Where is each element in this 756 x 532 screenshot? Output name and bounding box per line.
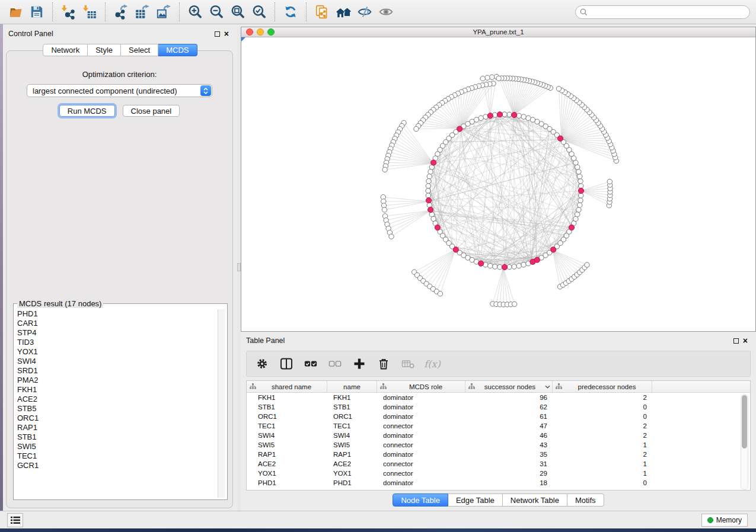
tab-edge-table[interactable]: Edge Table bbox=[448, 493, 503, 507]
mcds-result-item[interactable]: ACE2 bbox=[17, 395, 219, 404]
column-header-shared-name[interactable]: shared name bbox=[247, 381, 327, 392]
mcds-result-scrollbar[interactable] bbox=[218, 309, 225, 498]
tab-select[interactable]: Select bbox=[121, 44, 158, 56]
mcds-result-item[interactable]: STP4 bbox=[17, 328, 219, 338]
mcds-result-item[interactable]: STB1 bbox=[17, 432, 219, 442]
column-header-successor-nodes[interactable]: successor nodes bbox=[465, 381, 553, 392]
network-window-title: YPA_prune.txt_1 bbox=[241, 28, 755, 36]
network-graph[interactable] bbox=[241, 37, 755, 331]
table-row[interactable]: ACE2ACE2connector311 bbox=[247, 459, 750, 469]
table-row[interactable]: YOX1YOX1connector291 bbox=[247, 469, 750, 478]
column-header-name[interactable]: name bbox=[327, 381, 377, 392]
memory-button[interactable]: Memory bbox=[701, 514, 748, 527]
search-box[interactable] bbox=[575, 5, 750, 19]
mcds-result-item[interactable]: PHD1 bbox=[17, 309, 219, 319]
cell-name: YOX1 bbox=[327, 470, 377, 477]
run-mcds-button[interactable]: Run MCDS bbox=[59, 105, 115, 117]
import-table-button[interactable] bbox=[81, 3, 98, 21]
table-body[interactable]: FKH1FKH1dominator962STB1STB1dominator620… bbox=[247, 393, 750, 488]
network-canvas[interactable] bbox=[241, 37, 755, 331]
open-session-button[interactable] bbox=[7, 3, 24, 21]
table-row[interactable]: STB1STB1dominator620 bbox=[247, 402, 750, 412]
gear-icon bbox=[256, 357, 269, 370]
tab-network-table[interactable]: Network Table bbox=[503, 493, 567, 507]
memory-status-icon bbox=[707, 517, 713, 523]
new-network-from-selection-button[interactable] bbox=[313, 3, 331, 21]
mcds-result-item[interactable]: STB5 bbox=[17, 404, 219, 414]
zoom-out-button[interactable] bbox=[208, 3, 225, 21]
columns-icon bbox=[280, 357, 293, 370]
cell-name: ORC1 bbox=[327, 413, 377, 420]
mcds-result-list[interactable]: PHD1CAR1STP4TID3YOX1SWI4SRD1PMA2FKH1ACE2… bbox=[14, 309, 219, 498]
network-window-titlebar[interactable]: YPA_prune.txt_1 bbox=[241, 27, 755, 37]
tab-node-table[interactable]: Node Table bbox=[393, 493, 448, 507]
float-panel-icon[interactable] bbox=[215, 31, 220, 37]
float-panel-icon[interactable] bbox=[733, 338, 739, 344]
cell-MCDS-role: connector bbox=[377, 460, 465, 467]
search-input[interactable] bbox=[588, 7, 749, 18]
cell-successor-nodes: 61 bbox=[465, 413, 553, 420]
save-session-button[interactable] bbox=[28, 3, 46, 21]
mcds-result-item[interactable]: TID3 bbox=[17, 338, 219, 347]
table-settings-button[interactable] bbox=[254, 356, 270, 371]
zoom-in-button[interactable] bbox=[186, 3, 204, 21]
memory-label: Memory bbox=[716, 516, 742, 524]
mcds-result-item[interactable]: RAP1 bbox=[17, 423, 219, 432]
close-panel-icon[interactable]: × bbox=[743, 338, 748, 344]
eye-icon bbox=[378, 4, 394, 20]
export-network-button[interactable] bbox=[112, 3, 130, 21]
tab-network[interactable]: Network bbox=[43, 44, 88, 56]
table-row[interactable]: ORC1ORC1dominator610 bbox=[247, 412, 750, 421]
table-row[interactable]: SWI4SWI4dominator462 bbox=[247, 431, 750, 440]
mcds-result-item[interactable]: TEC1 bbox=[17, 451, 219, 461]
export-table-button[interactable] bbox=[133, 3, 151, 21]
task-history-button[interactable] bbox=[7, 513, 23, 527]
hide-selected-button[interactable] bbox=[356, 3, 374, 21]
table-scrollbar[interactable] bbox=[741, 394, 748, 490]
table-row[interactable]: SWI5SWI5connector431 bbox=[247, 440, 750, 450]
delete-table-button-disabled bbox=[400, 356, 416, 371]
table-row[interactable]: PHD1PHD1dominator180 bbox=[247, 478, 750, 488]
export-table-icon bbox=[135, 4, 150, 20]
tab-style[interactable]: Style bbox=[88, 44, 121, 56]
table-row[interactable]: FKH1FKH1dominator962 bbox=[247, 393, 750, 402]
delete-table-icon bbox=[401, 357, 414, 370]
show-column-panel-button[interactable] bbox=[279, 356, 294, 371]
deselect-all-button[interactable] bbox=[327, 356, 343, 371]
cytoscape-app: Control Panel × NetworkStyleSelectMCDS O… bbox=[0, 0, 756, 532]
refresh-view-button[interactable] bbox=[282, 3, 299, 21]
zoom-fit-button[interactable] bbox=[229, 3, 247, 21]
mcds-result-title: MCDS result (17 nodes) bbox=[17, 299, 103, 308]
mcds-result-item[interactable]: CAR1 bbox=[17, 319, 219, 328]
mcds-result-item[interactable]: FKH1 bbox=[17, 385, 219, 395]
create-column-button[interactable] bbox=[352, 356, 367, 371]
column-header-predecessor-nodes[interactable]: predecessor nodes bbox=[553, 381, 652, 392]
import-network-button[interactable] bbox=[59, 3, 77, 21]
tab-motifs[interactable]: Motifs bbox=[567, 493, 604, 507]
cell-successor-nodes: 35 bbox=[465, 451, 553, 458]
mcds-result-item[interactable]: SRD1 bbox=[17, 366, 219, 376]
scrollbar-thumb[interactable] bbox=[742, 395, 747, 448]
mcds-result-item[interactable]: GCR1 bbox=[17, 461, 219, 470]
first-neighbors-button[interactable] bbox=[334, 3, 352, 21]
zoom-selected-button[interactable] bbox=[250, 3, 268, 21]
import-table-icon bbox=[82, 4, 97, 20]
mcds-result-item[interactable]: ORC1 bbox=[17, 414, 219, 423]
table-panel-title: Table Panel bbox=[241, 336, 285, 345]
mcds-result-item[interactable]: YOX1 bbox=[17, 347, 219, 357]
table-row[interactable]: RAP1RAP1dominator352 bbox=[247, 450, 750, 459]
cell-predecessor-nodes: 2 bbox=[553, 422, 652, 430]
column-header-MCDS-role[interactable]: MCDS role bbox=[377, 381, 465, 392]
mcds-result-item[interactable]: PMA2 bbox=[17, 376, 219, 385]
table-row[interactable]: TEC1TEC1connector472 bbox=[247, 421, 750, 431]
optimization-criterion-select[interactable]: largest connected component (undirected) bbox=[27, 84, 212, 97]
tab-mcds[interactable]: MCDS bbox=[158, 44, 197, 56]
export-image-button[interactable] bbox=[155, 3, 173, 21]
mcds-result-item[interactable]: SWI4 bbox=[17, 357, 219, 366]
close-panel-icon[interactable]: × bbox=[224, 31, 229, 37]
select-all-button[interactable] bbox=[303, 356, 318, 371]
close-panel-button[interactable]: Close panel bbox=[123, 105, 180, 117]
show-hidden-button[interactable] bbox=[377, 3, 395, 21]
mcds-result-item[interactable]: SWI5 bbox=[17, 442, 219, 451]
delete-column-button[interactable] bbox=[376, 356, 391, 371]
